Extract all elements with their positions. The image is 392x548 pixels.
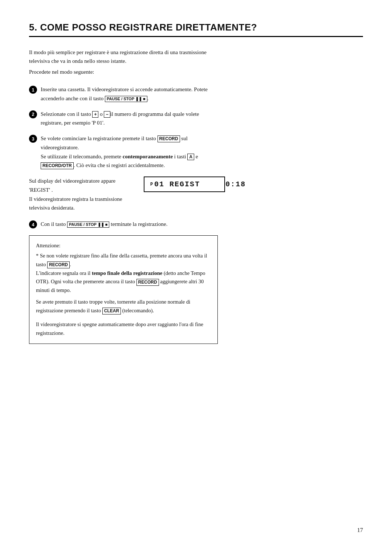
plus-key: + (92, 111, 98, 118)
record-key-att2: RECORD (136, 279, 159, 286)
step-number-1: 1 (29, 86, 37, 94)
display-text: Sul display del videoregistratore appare… (29, 176, 129, 212)
step-1-content: Inserite una cassetta. Il videoregistrat… (41, 85, 218, 103)
step-4: 4 Con il tasto PAUSE / STOP ❚❚ ■ termina… (29, 220, 218, 229)
step-4-text2: terminate la registrazione. (109, 221, 167, 227)
step-4-text1: Con il tasto (41, 221, 67, 227)
clear-key: CLEAR (102, 308, 121, 314)
step-3-text1: Se volete cominciare la registrazione pr… (41, 135, 158, 141)
att-p2-text2: (telecomando). (121, 308, 154, 313)
step-2-text2: o (98, 111, 104, 117)
lcd-superscript: P (150, 182, 154, 187)
step-2-content: Selezionate con il tasto + o −il numero … (41, 110, 218, 128)
page-title: 5. COME POSSO REGISTRARE DIRETTAMENTE? (29, 22, 363, 37)
step-number-2: 2 (29, 110, 37, 118)
intro-paragraph1: Il modo più semplice per registrare è un… (29, 48, 218, 65)
attention-paragraph2: Se avete premuto il tasto troppe volte, … (36, 298, 211, 315)
intro-block: Il modo più semplice per registrare è un… (29, 48, 218, 76)
step-1: 1 Inserite una cassetta. Il videoregistr… (29, 85, 218, 103)
att-bold1: tempo finale della regi­strazione (92, 270, 162, 276)
step-3-text3: e (194, 154, 198, 159)
attention-paragraph1: * Se non volete registrare fino alla fin… (36, 252, 211, 295)
step-number-4: 4 (29, 220, 37, 228)
lcd-display: P 01 REGIST 0:18 (144, 176, 225, 192)
minus-key: − (104, 111, 110, 118)
attention-title: Attenzione: (36, 241, 211, 250)
final-text: Il videoregistratore si spegne automatic… (36, 320, 211, 338)
step-4-content: Con il tasto PAUSE / STOP ❚❚ ■ terminate… (41, 220, 167, 229)
lcd-text: 01 REGIST 0:18 (154, 180, 246, 188)
step-1-text-after: . (147, 96, 149, 101)
final-text-content: Il videoregistratore si spegne automatic… (36, 321, 203, 336)
page: 5. COME POSSO REGISTRARE DIRETTAMENTE? I… (0, 0, 392, 548)
record-otr-key: RECORD/OTR (41, 162, 74, 169)
record-key-att: RECORD (47, 261, 70, 268)
step-3-content: Se volete cominciare la registrazione pr… (41, 134, 218, 170)
pause-stop-key-1: PAUSE / STOP ❚❚ ■ (105, 96, 147, 102)
display-row: Sul display del videoregistratore appare… (29, 176, 225, 212)
attention-box: Attenzione: * Se non volete registrare f… (29, 235, 218, 344)
step-3: 3 Se volete cominciare la registrazione … (29, 134, 218, 170)
step-3-text4: . Ciò evita che si registri accidentalme… (74, 162, 165, 168)
intro-paragraph2: Procedete nel modo seguente: (29, 68, 218, 76)
a-key: A (187, 154, 194, 161)
page-number: 17 (357, 527, 363, 533)
step-number-3: 3 (29, 135, 37, 143)
display-text-content: Sul display del videoregistratore appare… (29, 178, 122, 211)
attention-text: * Se non volete registrare fino alla fin… (36, 252, 211, 315)
step-2: 2 Selezionate con il tasto + o −il numer… (29, 110, 218, 128)
step-2-text1: Selezionate con il tasto (41, 111, 92, 117)
step-3-bold: contemporaneamente (123, 154, 173, 159)
pause-stop-key-2: PAUSE / STOP ❚❚ ■ (67, 222, 110, 228)
record-key-1: RECORD (158, 135, 180, 142)
